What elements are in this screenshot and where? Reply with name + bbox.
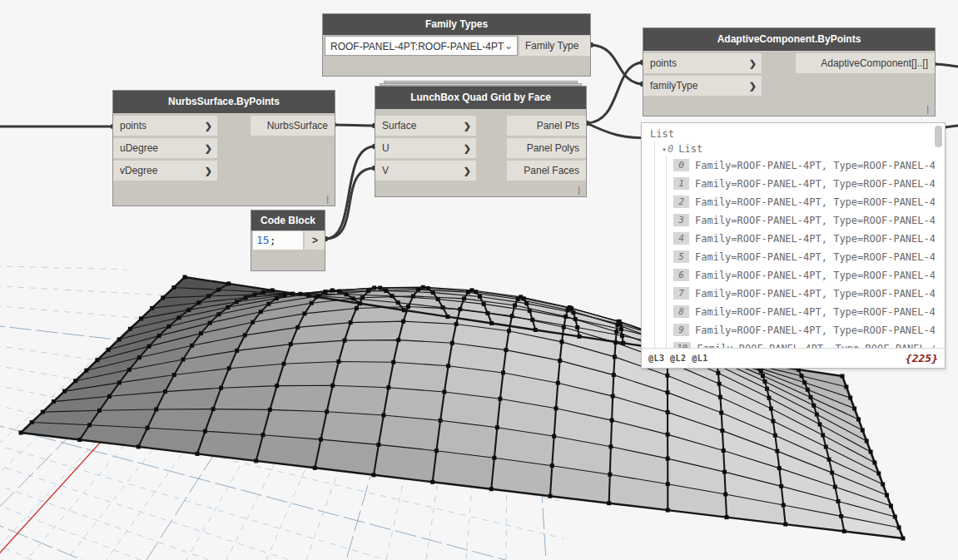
chevron-right-icon: ❯: [464, 161, 471, 181]
list-item: 0Family=ROOF-PANEL-4PT, Type=ROOF-PANEL-…: [673, 156, 935, 175]
list-root-label: List: [650, 127, 935, 141]
preview-list-items: 0Family=ROOF-PANEL-4PT, Type=ROOF-PANEL-…: [666, 156, 935, 348]
port-label: points: [650, 57, 677, 69]
list-item: 2Family=ROOF-PANEL-4PT, Type=ROOF-PANEL-…: [673, 193, 935, 211]
list-item-text: Family=ROOF-PANEL-4PT, Type=ROOF-PANEL-4…: [695, 270, 935, 281]
input-port-u[interactable]: U ❯: [375, 138, 476, 158]
port-label: NurbsSurface: [267, 120, 328, 131]
node-header-title[interactable]: NurbsSurface.ByPoints: [113, 91, 335, 113]
list-expander-label: List: [678, 143, 702, 155]
preview-list: List ▾0List 0Family=ROOF-PANEL-4PT, Type…: [642, 123, 935, 348]
port-label: Panel Pts: [537, 120, 579, 131]
output-port-panel-polys[interactable]: Panel Polys: [507, 138, 586, 158]
list-item-text: Family=ROOF-PANEL-4PT, Type=ROOF-PANEL-4…: [695, 325, 935, 336]
node-header-title[interactable]: Family Types: [323, 14, 590, 35]
list-item-index: 2: [673, 196, 689, 208]
list-item-index: 8: [673, 305, 689, 318]
input-port-udegree[interactable]: uDegree ❯: [113, 138, 217, 158]
chevron-right-icon: ❯: [205, 116, 212, 136]
list-item-text: Family=ROOF-PANEL-4PT, Type=ROOF-PANEL-4…: [695, 233, 935, 245]
node-code-block[interactable]: Code Block 15; >: [251, 210, 325, 271]
preview-bubble[interactable]: List ▾0List 0Family=ROOF-PANEL-4PT, Type…: [641, 122, 946, 369]
port-label: points: [120, 120, 146, 131]
lacing-levels-label: @L3 @L2 @L1: [648, 354, 708, 363]
node-adaptivecomponent-bypoints[interactable]: AdaptiveComponent.ByPoints points ❯ fami…: [643, 27, 936, 116]
list-expander-row[interactable]: ▾0List: [662, 141, 935, 156]
list-item-text: Family=ROOF-PANEL-4PT, Type=ROOF-PANEL-4…: [695, 288, 935, 300]
node-header-title[interactable]: Code Block: [251, 211, 325, 230]
output-port-family-type[interactable]: Family Type: [519, 36, 590, 56]
list-item-text: Family=ROOF-PANEL-4PT, Type=ROOF-PANEL-4…: [695, 251, 935, 263]
dynamo-workspace[interactable]: { "icons": { "port_chevron": "❯", "dropd…: [0, 0, 958, 560]
list-count-badge: {225}: [906, 352, 938, 364]
list-item-index: 9: [673, 324, 689, 336]
output-port-panel-faces[interactable]: Panel Faces: [507, 161, 586, 181]
list-item-index: 0: [673, 159, 689, 171]
output-port-panel-pts[interactable]: Panel Pts: [507, 116, 586, 136]
list-item-index: 3: [673, 214, 689, 226]
port-label: >: [312, 235, 318, 246]
list-item-index: 4: [673, 232, 689, 245]
chevron-right-icon: ❯: [464, 138, 471, 158]
input-port-points[interactable]: points ❯: [643, 53, 762, 73]
node-lunchbox-quad-grid[interactable]: LunchBox Quad Grid by Face Surface ❯ U ❯…: [375, 86, 587, 197]
list-item: 10Family=ROOF-PANEL-4PT, Type=ROOF-PANEL…: [673, 339, 935, 348]
chevron-right-icon: ❯: [749, 53, 757, 73]
list-item-text: Family=ROOF-PANEL-4PT, Type=ROOF-PANEL-4…: [695, 196, 935, 208]
list-item-text: Family=ROOF-PANEL-4PT, Type=ROOF-PANEL-4…: [695, 178, 935, 190]
dropdown-value: ROOF-PANEL-4PT:ROOF-PANEL-4PT: [330, 41, 504, 52]
input-port-v[interactable]: V ❯: [375, 161, 476, 181]
list-item: 8Family=ROOF-PANEL-4PT, Type=ROOF-PANEL-…: [673, 303, 935, 321]
list-item-text: Family=ROOF-PANEL-4PT, Type=ROOF-PANEL-4…: [695, 160, 935, 171]
code-block-input[interactable]: 15;: [253, 231, 303, 250]
list-item: 5Family=ROOF-PANEL-4PT, Type=ROOF-PANEL-…: [673, 248, 935, 266]
lacing-indicator[interactable]: |: [578, 185, 580, 195]
family-type-dropdown[interactable]: ROOF-PANEL-4PT:ROOF-PANEL-4PT ⌄: [325, 36, 518, 56]
node-stack-decoration: [380, 83, 582, 86]
list-item: 4Family=ROOF-PANEL-4PT, Type=ROOF-PANEL-…: [673, 230, 935, 248]
node-header-title[interactable]: AdaptiveComponent.ByPoints: [643, 28, 935, 51]
input-port-familytype[interactable]: familyType ❯: [643, 76, 762, 96]
list-item: 9Family=ROOF-PANEL-4PT, Type=ROOF-PANEL-…: [673, 321, 935, 339]
list-item: 6Family=ROOF-PANEL-4PT, Type=ROOF-PANEL-…: [673, 266, 935, 285]
port-label: Family Type: [525, 40, 578, 52]
node-header-title[interactable]: LunchBox Quad Grid by Face: [375, 87, 586, 109]
port-label: uDegree: [120, 142, 158, 154]
scrollbar-thumb[interactable]: [935, 126, 942, 147]
output-port-code[interactable]: >: [305, 231, 325, 250]
port-label: familyType: [650, 80, 697, 92]
lacing-indicator[interactable]: |: [926, 104, 929, 114]
list-item-index: 6: [673, 269, 689, 281]
port-label: Panel Faces: [524, 165, 579, 176]
expander-triangle-icon[interactable]: ▾: [662, 145, 667, 154]
list-item: 7Family=ROOF-PANEL-4PT, Type=ROOF-PANEL-…: [673, 285, 935, 303]
input-port-points[interactable]: points ❯: [113, 116, 217, 136]
port-label: AdaptiveComponent[]..[]: [821, 57, 928, 69]
preview-bubble-footer: @L3 @L2 @L1 {225}: [642, 348, 945, 368]
node-family-types[interactable]: Family Types ROOF-PANEL-4PT:ROOF-PANEL-4…: [322, 13, 591, 77]
list-level-1: ▾0List 0Family=ROOF-PANEL-4PT, Type=ROOF…: [654, 141, 935, 348]
port-label: U: [382, 142, 390, 154]
dropdown-chevron-icon: ⌄: [504, 36, 513, 56]
port-label: Surface: [382, 120, 416, 131]
port-label: V: [382, 165, 389, 176]
list-item-index: 7: [673, 287, 689, 300]
input-port-surface[interactable]: Surface ❯: [375, 116, 476, 136]
list-item-text: Family=ROOF-PANEL-4PT, Type=ROOF-PANEL-4…: [695, 215, 935, 226]
output-port-nurbssurface[interactable]: NurbsSurface: [251, 116, 335, 136]
list-item-index: 1: [673, 177, 689, 190]
node-nurbssurface-bypoints[interactable]: NurbsSurface.ByPoints points ❯ uDegree ❯…: [112, 90, 335, 206]
chevron-right-icon: ❯: [464, 116, 471, 136]
chevron-right-icon: ❯: [205, 138, 212, 158]
input-port-vdegree[interactable]: vDegree ❯: [113, 161, 217, 181]
output-port-adaptivecomponent[interactable]: AdaptiveComponent[]..[]: [796, 53, 935, 73]
list-item-index: 10: [673, 342, 691, 348]
chevron-right-icon: ❯: [749, 76, 757, 96]
lacing-indicator[interactable]: |: [326, 194, 329, 204]
list-item-text: Family=ROOF-PANEL-4PT, Type=ROOF-PANEL-4…: [695, 306, 935, 318]
list-item: 1Family=ROOF-PANEL-4PT, Type=ROOF-PANEL-…: [673, 175, 935, 193]
code-number: 15: [256, 234, 270, 246]
list-expander-index: 0: [668, 143, 673, 155]
list-item-index: 5: [673, 250, 689, 263]
code-suffix: ;: [270, 234, 276, 246]
